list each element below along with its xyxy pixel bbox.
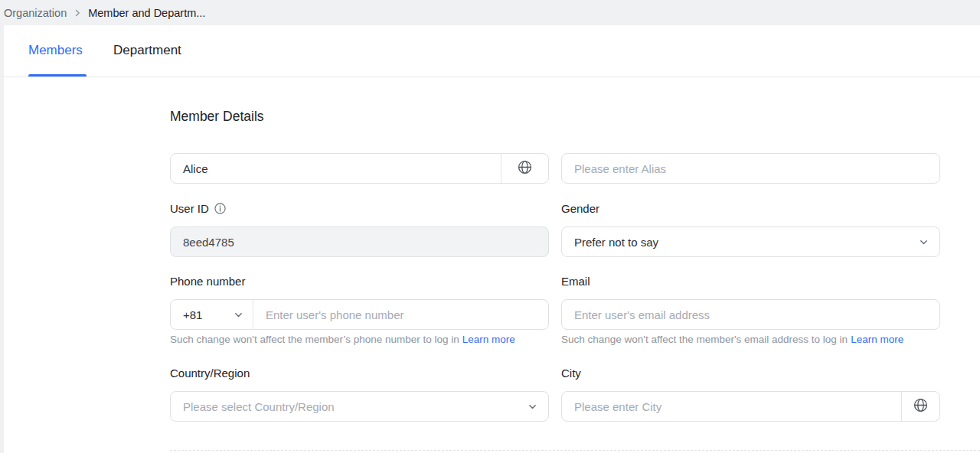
name-field: [170, 153, 549, 184]
section-title: Member Details: [170, 107, 940, 125]
breadcrumb-organization[interactable]: Organization: [4, 7, 67, 19]
dial-code-select[interactable]: +81: [171, 300, 253, 329]
country-select[interactable]: Please select Country/Region: [170, 391, 549, 422]
email-field: [561, 299, 940, 330]
email-input[interactable]: [562, 300, 939, 329]
city-input[interactable]: [562, 392, 901, 421]
chevron-down-icon: [918, 236, 929, 248]
gender-select[interactable]: Prefer not to say: [561, 226, 940, 257]
alias-input[interactable]: [562, 154, 939, 183]
user-id-label: User ID: [170, 201, 549, 216]
city-label: City: [561, 366, 940, 380]
gender-value: Prefer not to say: [562, 236, 658, 249]
section-separator: [170, 450, 980, 451]
globe-icon: [518, 160, 532, 178]
chevron-right-icon: [73, 8, 82, 18]
chevron-down-icon: [527, 401, 538, 412]
left-gutter: [0, 25, 4, 453]
email-hint: Such change won't affect the member's em…: [561, 334, 940, 346]
phone-learn-more-link[interactable]: Learn more: [462, 334, 515, 345]
alias-field: [561, 153, 940, 184]
user-id-field: [170, 226, 549, 257]
phone-hint: Such change won't affect the member’s ph…: [170, 334, 549, 346]
email-learn-more-link[interactable]: Learn more: [851, 334, 903, 345]
name-language-button[interactable]: [501, 154, 548, 183]
user-id-input: [171, 227, 548, 256]
phone-field: +81: [170, 299, 549, 330]
info-icon[interactable]: [214, 203, 226, 214]
country-placeholder: Please select Country/Region: [171, 400, 335, 413]
email-label: Email: [561, 274, 940, 288]
tab-members[interactable]: Members: [28, 43, 83, 58]
breadcrumb-current-page: Member and Departm...: [88, 7, 205, 19]
member-details-form: Member Details User ID: [170, 107, 940, 422]
city-field: [561, 391, 940, 422]
dial-code-value: +81: [171, 308, 202, 321]
phone-input[interactable]: [253, 300, 548, 329]
globe-icon: [913, 398, 928, 416]
country-label: Country/Region: [170, 366, 549, 380]
name-input[interactable]: [171, 154, 501, 183]
chevron-down-icon: [233, 309, 244, 321]
gender-label: Gender: [561, 201, 940, 216]
tabs-divider: [4, 77, 980, 77]
city-language-button[interactable]: [902, 392, 939, 421]
breadcrumb: Organization Member and Departm...: [0, 0, 980, 25]
tab-department[interactable]: Department: [113, 43, 181, 58]
phone-label: Phone number: [170, 274, 549, 288]
member-details-page: Organization Member and Departm... Membe…: [0, 0, 980, 453]
